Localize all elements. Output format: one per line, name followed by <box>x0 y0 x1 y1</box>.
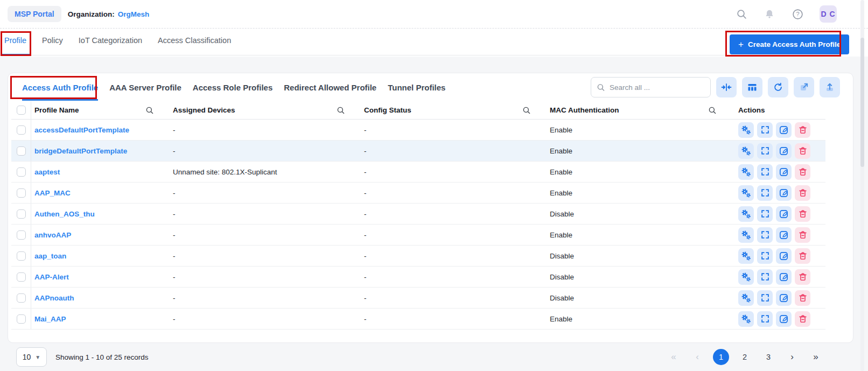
open-external-icon[interactable] <box>794 77 814 97</box>
edit-icon[interactable] <box>776 290 792 306</box>
settings-gears-icon[interactable] <box>738 311 754 327</box>
bell-icon[interactable] <box>764 8 775 20</box>
delete-icon[interactable] <box>795 122 810 138</box>
column-search-icon[interactable] <box>522 106 531 115</box>
next-page-icon[interactable]: › <box>784 349 800 365</box>
row-checkbox[interactable] <box>17 188 26 198</box>
row-checkbox[interactable] <box>17 293 26 303</box>
settings-gears-icon[interactable] <box>738 143 754 159</box>
select-all-checkbox[interactable] <box>17 106 26 115</box>
page-3-button[interactable]: 3 <box>760 349 776 365</box>
profile-name-link[interactable]: AAP_MAC <box>34 189 71 197</box>
edit-icon[interactable] <box>776 248 792 264</box>
organization-value[interactable]: OrgMesh <box>118 10 150 18</box>
edit-icon[interactable] <box>776 311 792 327</box>
profile-name-link[interactable]: accessDefaultPortTemplate <box>34 126 129 134</box>
expand-icon[interactable] <box>757 227 773 243</box>
expand-icon[interactable] <box>757 164 773 180</box>
subtab-redirect-allowed-profile[interactable]: Redirect Allowed Profile <box>284 78 376 97</box>
avatar[interactable]: D C <box>820 5 837 23</box>
column-search-icon[interactable] <box>708 106 717 115</box>
page-2-button[interactable]: 2 <box>737 349 753 365</box>
delete-icon[interactable] <box>795 227 810 243</box>
edit-icon[interactable] <box>776 269 792 285</box>
profile-name-link[interactable]: AAPnoauth <box>34 294 74 302</box>
settings-gears-icon[interactable] <box>738 248 754 264</box>
last-page-icon[interactable]: » <box>808 349 824 365</box>
search-icon[interactable] <box>736 8 747 20</box>
row-checkbox[interactable] <box>17 167 26 177</box>
edit-icon[interactable] <box>776 185 792 201</box>
profile-name-link[interactable]: aap_toan <box>34 252 66 260</box>
settings-gears-icon[interactable] <box>738 185 754 201</box>
expand-icon[interactable] <box>757 185 773 201</box>
create-access-auth-profile-button[interactable]: + Create Access Auth Profile <box>730 34 849 54</box>
expand-icon[interactable] <box>757 311 773 327</box>
delete-icon[interactable] <box>795 143 810 159</box>
settings-gears-icon[interactable] <box>738 206 754 222</box>
delete-icon[interactable] <box>795 206 810 222</box>
help-icon[interactable]: ? <box>792 8 803 20</box>
column-search-icon[interactable] <box>145 106 154 115</box>
profile-name-link[interactable]: aaptest <box>34 168 60 176</box>
profile-name-link[interactable]: AAP-Alert <box>34 273 69 281</box>
edit-icon[interactable] <box>776 206 792 222</box>
page-size-select[interactable]: 10 ▼ <box>16 347 47 367</box>
collapse-columns-icon[interactable] <box>716 77 737 97</box>
settings-gears-icon[interactable] <box>738 227 754 243</box>
settings-gears-icon[interactable] <box>738 269 754 285</box>
column-label: Config Status <box>364 106 411 114</box>
expand-icon[interactable] <box>757 290 773 306</box>
delete-icon[interactable] <box>795 185 810 201</box>
app-badge[interactable]: MSP Portal <box>8 6 61 22</box>
edit-icon[interactable] <box>776 122 792 138</box>
profiles-card: Access Auth Profile AAA Server Profile A… <box>8 73 853 343</box>
search-all-input[interactable] <box>610 83 705 92</box>
prev-page-icon[interactable]: ‹ <box>689 349 705 365</box>
expand-icon[interactable] <box>757 269 773 285</box>
tab-iot-categorization[interactable]: IoT Categorization <box>79 36 142 45</box>
row-checkbox[interactable] <box>17 314 26 324</box>
row-actions <box>727 122 825 138</box>
column-label: Actions <box>738 106 765 114</box>
settings-gears-icon[interactable] <box>738 290 754 306</box>
expand-icon[interactable] <box>757 122 773 138</box>
scrollbar-thumb[interactable] <box>860 38 864 167</box>
subtab-tunnel-profiles[interactable]: Tunnel Profiles <box>388 78 445 97</box>
subtab-aaa-server-profile[interactable]: AAA Server Profile <box>109 78 181 97</box>
row-checkbox[interactable] <box>17 125 26 135</box>
delete-icon[interactable] <box>795 248 810 264</box>
tab-profile[interactable]: Profile <box>4 36 26 45</box>
delete-icon[interactable] <box>795 290 810 306</box>
settings-gears-icon[interactable] <box>738 164 754 180</box>
profile-name-link[interactable]: Authen_AOS_thu <box>34 210 95 218</box>
tab-policy[interactable]: Policy <box>42 36 63 45</box>
settings-gears-icon[interactable] <box>738 122 754 138</box>
upload-icon[interactable] <box>820 77 840 97</box>
expand-icon[interactable] <box>757 143 773 159</box>
expand-icon[interactable] <box>757 206 773 222</box>
refresh-icon[interactable] <box>768 77 788 97</box>
expand-icon[interactable] <box>757 248 773 264</box>
subtab-access-auth-profile[interactable]: Access Auth Profile <box>22 78 98 97</box>
row-checkbox[interactable] <box>17 272 26 282</box>
row-checkbox[interactable] <box>17 251 26 261</box>
delete-icon[interactable] <box>795 269 810 285</box>
subtab-access-role-profiles[interactable]: Access Role Profiles <box>193 78 272 97</box>
row-checkbox[interactable] <box>17 146 26 156</box>
column-search-icon[interactable] <box>337 106 345 115</box>
row-checkbox[interactable] <box>17 209 26 219</box>
row-checkbox[interactable] <box>17 230 26 240</box>
delete-icon[interactable] <box>795 311 810 327</box>
first-page-icon[interactable]: « <box>666 349 682 365</box>
delete-icon[interactable] <box>795 164 810 180</box>
profile-name-link[interactable]: Mai_AAP <box>34 315 66 323</box>
tab-access-classification[interactable]: Access Classification <box>158 36 231 45</box>
profile-name-link[interactable]: bridgeDefaultPortTemplate <box>34 147 127 155</box>
columns-icon[interactable] <box>742 77 762 97</box>
edit-icon[interactable] <box>776 164 792 180</box>
profile-name-link[interactable]: anhvoAAP <box>34 231 71 239</box>
edit-icon[interactable] <box>776 143 792 159</box>
edit-icon[interactable] <box>776 227 792 243</box>
page-1-button[interactable]: 1 <box>713 349 729 365</box>
